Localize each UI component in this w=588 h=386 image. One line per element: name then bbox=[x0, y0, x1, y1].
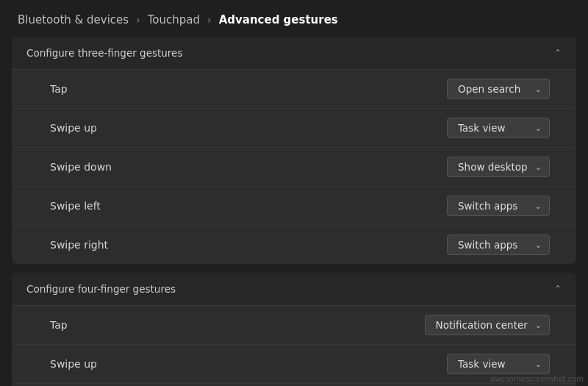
breadcrumb-current: Advanced gestures bbox=[219, 13, 338, 26]
breadcrumb-separator-2: › bbox=[207, 14, 212, 26]
gesture-dropdown-label-swipeup-4: Task view bbox=[458, 358, 506, 370]
three-finger-row-0: Tap Open search ⌄ bbox=[12, 70, 576, 109]
gesture-dropdown-swipeleft-3[interactable]: Switch apps ⌄ bbox=[447, 196, 550, 216]
four-finger-row-0: Tap Notification center ⌄ bbox=[12, 306, 576, 345]
gesture-label-swipedown-3: Swipe down bbox=[50, 161, 112, 173]
three-finger-row-1: Swipe up Task view ⌄ bbox=[12, 109, 576, 148]
breadcrumb-item-1[interactable]: Bluetooth & devices bbox=[18, 13, 129, 26]
gesture-dropdown-label-swiperight-3: Switch apps bbox=[458, 239, 517, 251]
four-finger-section-label: Configure four-finger gestures bbox=[26, 283, 176, 295]
four-finger-section: Configure four-finger gestures ⌃ Tap Not… bbox=[12, 273, 576, 386]
gesture-dropdown-swipeup-4[interactable]: Task view ⌄ bbox=[447, 354, 550, 374]
gesture-label-swipeleft-3: Swipe left bbox=[50, 200, 101, 212]
gesture-label-tap-3: Tap bbox=[50, 83, 68, 95]
gesture-dropdown-label-tap-3: Open search bbox=[458, 83, 520, 95]
gesture-dropdown-label-tap-4: Notification center bbox=[436, 319, 528, 331]
three-finger-collapse-icon: ⌃ bbox=[554, 49, 562, 57]
chevron-down-icon-tap-4: ⌄ bbox=[535, 321, 542, 330]
three-finger-row-2: Swipe down Show desktop ⌄ bbox=[12, 148, 576, 187]
chevron-down-icon-swipeup-4: ⌄ bbox=[535, 360, 542, 369]
chevron-down-icon-swiperight-3: ⌄ bbox=[535, 240, 542, 250]
four-finger-collapse-icon: ⌃ bbox=[554, 285, 562, 293]
three-finger-section-label: Configure three-finger gestures bbox=[26, 47, 182, 59]
gesture-label-tap-4: Tap bbox=[50, 319, 68, 331]
three-finger-row-3: Swipe left Switch apps ⌄ bbox=[12, 187, 576, 226]
chevron-down-icon-swipedown-3: ⌄ bbox=[535, 162, 542, 172]
gesture-dropdown-label-swipeup-3: Task view bbox=[458, 122, 506, 134]
breadcrumb-item-2[interactable]: Touchpad bbox=[148, 13, 200, 26]
gesture-dropdown-tap-3[interactable]: Open search ⌄ bbox=[447, 79, 550, 99]
four-finger-section-header[interactable]: Configure four-finger gestures ⌃ bbox=[12, 273, 576, 306]
three-finger-row-4: Swipe right Switch apps ⌄ bbox=[12, 226, 576, 264]
gesture-label-swipeup-4: Swipe up bbox=[50, 358, 97, 370]
gesture-dropdown-label-swipeleft-3: Switch apps bbox=[458, 200, 517, 212]
four-finger-row-1: Swipe up Task view ⌄ bbox=[12, 345, 576, 384]
chevron-down-icon-swipeleft-3: ⌄ bbox=[535, 201, 542, 211]
page-header: Bluetooth & devices › Touchpad › Advance… bbox=[0, 0, 588, 37]
three-finger-section: Configure three-finger gestures ⌃ Tap Op… bbox=[12, 37, 576, 264]
gesture-dropdown-tap-4[interactable]: Notification center ⌄ bbox=[425, 315, 550, 335]
gesture-label-swiperight-3: Swipe right bbox=[50, 239, 108, 251]
breadcrumb-separator-1: › bbox=[136, 14, 140, 26]
gesture-dropdown-swiperight-3[interactable]: Switch apps ⌄ bbox=[447, 235, 550, 255]
three-finger-section-header[interactable]: Configure three-finger gestures ⌃ bbox=[12, 37, 576, 70]
gesture-dropdown-swipedown-3[interactable]: Show desktop ⌄ bbox=[447, 157, 550, 177]
chevron-down-icon-tap-3: ⌄ bbox=[535, 85, 542, 94]
chevron-down-icon-swipeup-3: ⌄ bbox=[535, 124, 542, 133]
gesture-label-swipeup-3: Swipe up bbox=[50, 122, 97, 134]
gesture-dropdown-swipeup-3[interactable]: Task view ⌄ bbox=[447, 118, 550, 138]
gesture-dropdown-label-swipedown-3: Show desktop bbox=[458, 161, 528, 173]
